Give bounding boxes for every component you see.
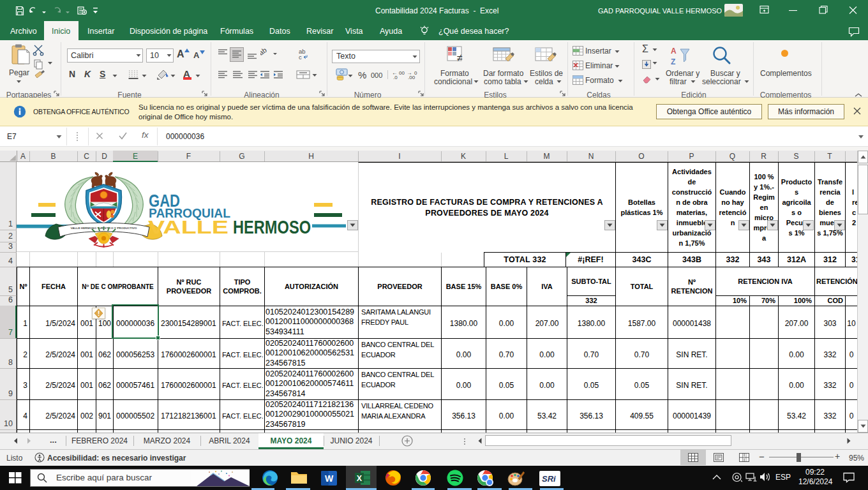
svg-text:X: X [357, 474, 363, 483]
svg-text:00: 00 [399, 70, 405, 76]
svg-text:c: c [299, 54, 302, 60]
svg-text:W: W [325, 473, 334, 484]
svg-text:0: 0 [414, 70, 417, 76]
svg-text:Z: Z [671, 57, 675, 66]
svg-text:.0: .0 [393, 75, 398, 80]
svg-text:ab: ab [260, 47, 268, 57]
svg-text:≠: ≠ [457, 52, 463, 63]
svg-text:VALLE: VALLE [148, 216, 228, 237]
svg-text:A: A [671, 47, 677, 56]
svg-text:HERMOSO: HERMOSO [233, 216, 311, 237]
